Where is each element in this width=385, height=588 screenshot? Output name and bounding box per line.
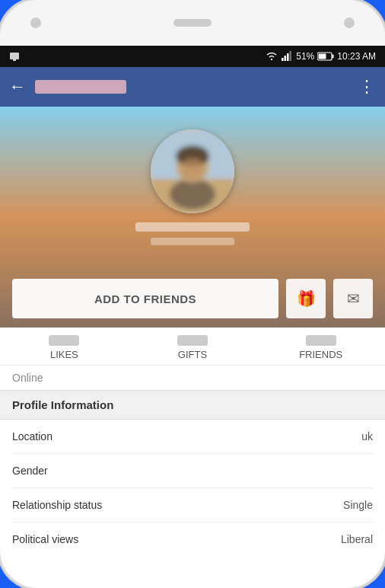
more-options-button[interactable]: ⋮ — [358, 77, 376, 97]
location-label: Location — [12, 430, 52, 443]
back-button[interactable]: ← — [9, 77, 26, 97]
sensor — [344, 18, 355, 28]
profile-information-header: Profile Information — [0, 390, 385, 420]
profile-cover: ADD TO FRIENDS 🎁 ✉ — [0, 107, 385, 328]
profile-actions: ADD TO FRIENDS 🎁 ✉ — [0, 270, 385, 328]
gift-icon: 🎁 — [297, 289, 316, 308]
location-value: uk — [361, 430, 373, 443]
svg-rect-4 — [287, 53, 289, 61]
speaker — [173, 19, 212, 27]
info-row-gender: Gender — [12, 454, 373, 488]
status-bar: 51% 10:23 AM — [0, 46, 385, 67]
phone-frame: 51% 10:23 AM ← ⋮ — [0, 0, 385, 588]
svg-rect-7 — [332, 55, 334, 59]
profile-name-header — [35, 80, 126, 94]
message-button[interactable]: ✉ — [333, 279, 373, 318]
tab-gifts[interactable]: GIFTS — [129, 335, 257, 360]
likes-icon-placeholder — [49, 335, 79, 346]
battery-icon — [317, 52, 334, 61]
svg-point-16 — [180, 158, 205, 180]
svg-rect-2 — [282, 58, 284, 61]
tab-likes-label: LIKES — [50, 349, 78, 360]
phone-bezel-top — [0, 0, 385, 46]
friends-icon-placeholder — [306, 335, 336, 346]
notification-icon — [9, 51, 20, 62]
profile-name-redacted — [135, 222, 250, 232]
avatar — [151, 129, 234, 213]
tab-friends-label: FRIENDS — [299, 349, 342, 360]
tabs-row: LIKES GIFTS FRIENDS — [0, 328, 385, 365]
gifts-icon-placeholder — [177, 335, 208, 346]
battery-percent: 51% — [296, 51, 314, 62]
svg-point-13 — [170, 179, 215, 209]
relationship-label: Relationship status — [12, 499, 102, 511]
profile-sub-redacted — [151, 238, 234, 245]
add-to-friends-button[interactable]: ADD TO FRIENDS — [12, 279, 278, 318]
signal-icon — [281, 51, 293, 62]
wifi-icon — [266, 51, 278, 62]
tab-likes[interactable]: LIKES — [0, 335, 129, 360]
relationship-value: Single — [343, 499, 373, 511]
profile-info-table: Location uk Gender Relationship status S… — [0, 420, 385, 556]
info-row-location: Location uk — [12, 420, 373, 454]
svg-rect-8 — [319, 54, 326, 59]
gift-button[interactable]: 🎁 — [286, 279, 326, 318]
info-row-relationship: Relationship status Single — [12, 488, 373, 522]
status-left — [9, 51, 20, 62]
tabs-section: LIKES GIFTS FRIENDS — [0, 328, 385, 366]
header-title-area — [26, 80, 358, 94]
front-camera — [30, 18, 41, 28]
svg-rect-5 — [290, 51, 292, 61]
app-header: ← ⋮ — [0, 67, 385, 107]
political-value: Liberal — [341, 533, 373, 545]
tab-friends[interactable]: FRIENDS — [256, 335, 385, 360]
gender-label: Gender — [12, 465, 48, 477]
svg-rect-1 — [13, 59, 16, 61]
status-icons: 51% 10:23 AM — [266, 51, 376, 62]
info-row-political: Political views Liberal — [12, 522, 373, 556]
political-label: Political views — [12, 533, 78, 545]
mail-icon: ✉ — [347, 289, 360, 308]
tab-gifts-label: GIFTS — [178, 349, 207, 360]
svg-rect-3 — [285, 56, 287, 61]
online-status: Online — [0, 366, 385, 390]
time-display: 10:23 AM — [337, 51, 376, 62]
svg-rect-0 — [10, 53, 19, 59]
